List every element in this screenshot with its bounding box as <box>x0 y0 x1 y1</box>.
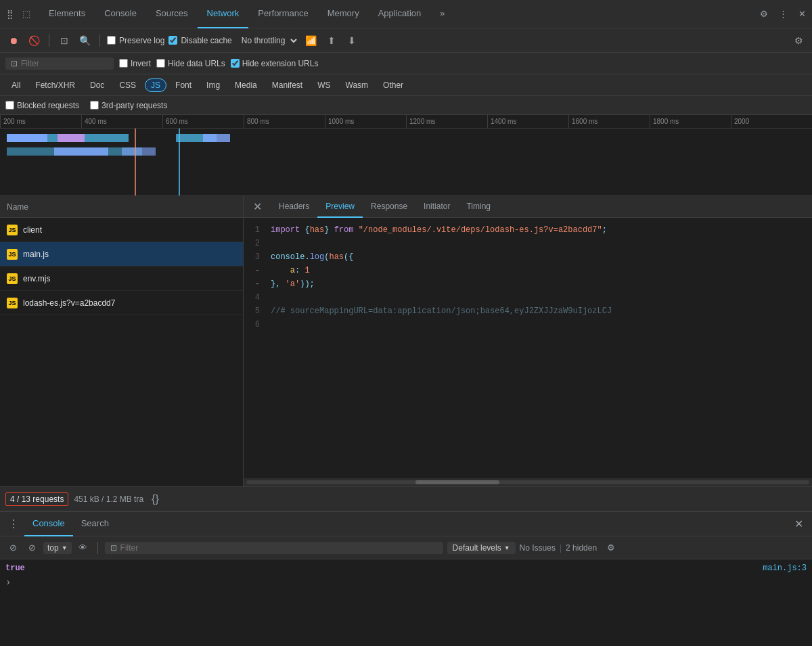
eye-icon[interactable]: 👁 <box>76 540 91 555</box>
ruler-mark: 2000 <box>731 115 812 128</box>
console-filter-input[interactable] <box>120 543 438 553</box>
console-section: ⋮ Console Search ✕ ⊘ ⊘ top ▼ 👁 ⊡ Default… <box>0 511 812 646</box>
list-item[interactable]: JSlodash-es.js?v=a2bacdd7 <box>0 291 243 315</box>
preserve-log-checkbox[interactable] <box>107 36 116 45</box>
line-content: //# sourceMappingURL=data:application/js… <box>271 304 612 318</box>
throttle-select[interactable]: No throttling <box>236 34 299 47</box>
hide-ext-urls-checkbox[interactable] <box>231 59 240 68</box>
clear-button[interactable]: 🚫 <box>26 32 42 49</box>
filter-input[interactable] <box>21 59 102 68</box>
console-more-icon[interactable]: ⋮ <box>5 516 22 532</box>
hide-data-urls-label[interactable]: Hide data URLs <box>156 59 225 68</box>
filter-input-wrap: ⊡ <box>5 57 114 70</box>
tab-memory[interactable]: Memory <box>318 0 369 28</box>
line-number: - <box>244 277 271 291</box>
type-filter-media[interactable]: Media <box>229 78 263 92</box>
export-icon[interactable]: ⬇ <box>344 32 360 49</box>
list-item[interactable]: JSclient <box>0 218 243 242</box>
invert-label[interactable]: Invert <box>119 59 151 68</box>
import-icon[interactable]: ⬆ <box>323 32 340 49</box>
third-party-label[interactable]: 3rd-party requests <box>90 101 167 110</box>
third-party-checkbox[interactable] <box>90 101 99 110</box>
close-panel-button[interactable]: ✕ <box>249 199 265 215</box>
blocked-requests-checkbox[interactable] <box>5 101 14 110</box>
type-filter-ws[interactable]: WS <box>311 78 336 92</box>
svg-rect-4 <box>54 147 108 156</box>
js-file-icon: JS <box>7 249 18 260</box>
type-filter-fetch/xhr[interactable]: Fetch/XHR <box>29 78 81 92</box>
panel-tab-headers[interactable]: Headers <box>271 196 317 218</box>
tab-search[interactable]: Search <box>73 512 117 536</box>
hide-data-urls-text: Hide data URLs <box>168 59 225 68</box>
json-format-button[interactable]: {} <box>149 492 162 507</box>
blocked-requests-label[interactable]: Blocked requests <box>5 101 79 110</box>
levels-chevron-icon: ▼ <box>504 545 510 551</box>
undock-icon[interactable]: ⬚ <box>20 8 32 20</box>
scrollbar-track[interactable] <box>246 480 809 484</box>
timeline-section: 200 ms400 ms600 ms800 ms1000 ms1200 ms14… <box>0 115 812 196</box>
console-prompt[interactable]: › <box>5 574 807 591</box>
close-devtools-icon[interactable]: ✕ <box>796 8 808 20</box>
network-conditions-icon[interactable]: 📶 <box>303 32 319 49</box>
context-selector[interactable]: top ▼ <box>43 542 72 554</box>
search-icon[interactable]: 🔍 <box>76 32 93 49</box>
disable-cache-label[interactable]: Disable cache <box>168 36 231 45</box>
record-button[interactable]: ⏺ <box>5 32 22 49</box>
divider-2 <box>99 34 100 47</box>
clear-console-button[interactable]: ⊘ <box>5 540 20 555</box>
dock-icon[interactable]: ⣿ <box>4 8 16 20</box>
panel-tab-preview[interactable]: Preview <box>317 196 363 218</box>
network-settings-icon[interactable]: ⚙ <box>790 32 807 49</box>
request-name: env.mjs <box>23 274 50 283</box>
panel-tab-response[interactable]: Response <box>363 196 415 218</box>
tab-performance[interactable]: Performance <box>248 0 317 28</box>
tab-more[interactable]: » <box>430 0 454 28</box>
type-filter-wasm[interactable]: Wasm <box>340 78 375 92</box>
console-filter-icon[interactable]: ⊘ <box>24 540 39 555</box>
preserve-log-label[interactable]: Preserve log <box>107 36 164 45</box>
panel-tab-initiator[interactable]: Initiator <box>415 196 458 218</box>
type-filter-manifest[interactable]: Manifest <box>266 78 309 92</box>
invert-checkbox[interactable] <box>119 59 128 68</box>
invert-text: Invert <box>131 59 151 68</box>
more-options-icon[interactable]: ⋮ <box>777 8 789 20</box>
tab-network[interactable]: Network <box>198 0 249 28</box>
type-filter-other[interactable]: Other <box>377 78 409 92</box>
settings-icon[interactable]: ⚙ <box>758 8 770 20</box>
ruler-mark: 1400 ms <box>487 115 568 128</box>
type-filter-doc[interactable]: Doc <box>84 78 110 92</box>
type-filter-js[interactable]: JS <box>145 78 166 92</box>
tab-application[interactable]: Application <box>369 0 431 28</box>
type-filter-font[interactable]: Font <box>169 78 198 92</box>
levels-selector[interactable]: Default levels ▼ <box>447 542 516 554</box>
scrollbar-area <box>244 478 812 486</box>
tab-elements[interactable]: Elements <box>39 0 95 28</box>
svg-rect-5 <box>122 147 156 156</box>
console-settings-icon[interactable]: ⚙ <box>604 540 618 555</box>
request-name: client <box>23 225 42 235</box>
filter-icon[interactable]: ⊡ <box>56 32 72 49</box>
filter-row: ⊡ Invert Hide data URLs Hide extension U… <box>0 53 812 74</box>
type-filter-css[interactable]: CSS <box>113 78 142 92</box>
tab-console-bottom[interactable]: Console <box>24 512 73 536</box>
hide-ext-urls-label[interactable]: Hide extension URLs <box>231 59 319 68</box>
main-content: Name JSclientJSmain.jsJSenv.mjsJSlodash-… <box>0 196 812 486</box>
code-line: 5//# sourceMappingURL=data:application/j… <box>244 304 812 318</box>
line-content: console.log(has({ <box>271 250 353 264</box>
close-console-button[interactable]: ✕ <box>790 516 807 532</box>
tab-console[interactable]: Console <box>95 0 146 28</box>
line-number: 4 <box>244 291 271 304</box>
disable-cache-checkbox[interactable] <box>168 36 177 45</box>
type-filter-img[interactable]: Img <box>200 78 226 92</box>
type-filter-all[interactable]: All <box>5 78 26 92</box>
console-source-link[interactable]: main.js:3 <box>763 563 807 573</box>
list-item[interactable]: JSenv.mjs <box>0 267 243 291</box>
list-item[interactable]: JSmain.js <box>0 242 243 267</box>
tab-sources[interactable]: Sources <box>146 0 198 28</box>
devtools-tab-bar: ⣿ ⬚ Elements Console Sources Network Per… <box>0 0 812 28</box>
svg-rect-2 <box>58 134 85 142</box>
panel-tabs: ✕ HeadersPreviewResponseInitiatorTiming <box>244 196 812 218</box>
code-preview: 1import {has} from "/node_modules/.vite/… <box>244 218 812 478</box>
panel-tab-timing[interactable]: Timing <box>458 196 499 218</box>
hide-data-urls-checkbox[interactable] <box>156 59 165 68</box>
